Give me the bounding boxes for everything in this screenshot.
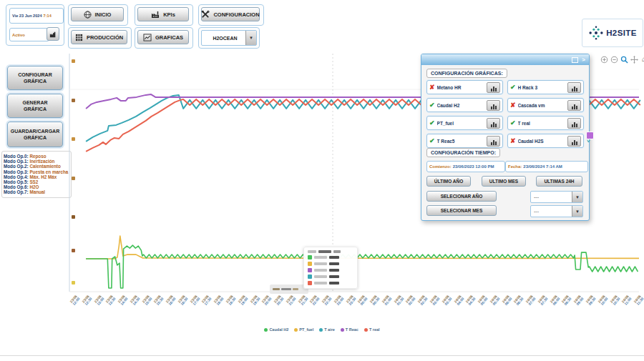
bottom-divider (0, 355, 644, 356)
maximize-icon[interactable] (572, 57, 578, 63)
legend-dot (294, 328, 298, 332)
pan-icon[interactable] (630, 55, 638, 64)
month-select-value: --- (531, 209, 572, 214)
year-select-value: --- (531, 194, 572, 199)
tooltip-row (308, 262, 353, 266)
end-datetime-field[interactable]: Fecha: 23/06/2024 7:14 AM (505, 161, 588, 172)
x-icon: ✘ (429, 84, 435, 91)
end-value: 23/06/2024 7:14 AM (523, 164, 562, 169)
legend-item[interactable]: T aire (319, 327, 335, 332)
legend-dot (341, 328, 344, 332)
series-color-swatch (308, 268, 312, 272)
tooltip-header (308, 250, 353, 253)
series-toggle[interactable]: ✘Cascada vm (507, 98, 584, 112)
legend-label: Caudal H2 (269, 327, 288, 332)
series-toggle[interactable]: ✔H Rack 3 (507, 80, 584, 94)
start-value: 23/06/2023 12:00 PM (453, 164, 494, 169)
series-line-pt-fuel (86, 236, 639, 259)
check-icon: ✔ (429, 138, 435, 144)
end-prefix: Fecha: (508, 164, 522, 169)
mini-chart-icon-button[interactable] (487, 82, 500, 93)
y-axis-tick-label (72, 281, 75, 285)
series-color-swatch (308, 275, 312, 279)
home-icon[interactable]: ⌂ (640, 55, 644, 64)
series-color-swatch (308, 255, 312, 259)
year-select[interactable]: --- ▼ (530, 191, 583, 203)
series-toggle-label: T Reac5 (437, 139, 484, 144)
series-toggle[interactable]: ✘Caudal H2S (507, 134, 584, 148)
legend-label: T real (369, 327, 380, 332)
series-toggle-label: Caudal H2 (437, 103, 484, 108)
series-toggle-label: T real (518, 121, 565, 126)
series-toggle[interactable]: ✔Caudal H2 (426, 98, 503, 112)
legend-item[interactable]: Caudal H2 (264, 327, 288, 332)
x-icon: ✘ (510, 138, 516, 144)
series-toggle[interactable]: ✔PT_fuel (426, 116, 503, 130)
mini-chart-icon-button[interactable] (487, 136, 500, 147)
config-panel: > CONFIGURACIÓN GRÁFICAS: ✘Metano HR✔H R… (421, 54, 590, 221)
panel-titlebar[interactable]: > (421, 54, 589, 65)
y-axis-tick-label (72, 59, 75, 63)
series-toggle[interactable]: ✔T real (507, 116, 584, 130)
mini-chart-icon-button[interactable] (567, 136, 581, 147)
series-toggle-label: Cascada vm (518, 103, 565, 108)
chart-toolbar: ⌂ ≡ (600, 55, 644, 64)
legend-item[interactable]: T Reac (341, 327, 358, 332)
hover-axis-label (270, 285, 308, 294)
x-icon: ✘ (510, 102, 516, 109)
search-icon[interactable] (620, 55, 628, 64)
series-color-swatch (308, 262, 312, 266)
tooltip-row (308, 281, 353, 285)
zoom-in-icon[interactable] (600, 55, 608, 64)
mini-chart-icon-button[interactable] (567, 100, 581, 111)
series-toggle-label: H Rack 3 (518, 85, 565, 90)
legend-dot (319, 328, 323, 332)
dashboard-screen: Vie 23 Jun 2024 7:14 Activo INICIO PRODU… (0, 0, 644, 361)
mini-chart-icon-button[interactable] (567, 118, 581, 129)
chart-tooltip (303, 247, 358, 289)
y-axis-tick-label (72, 249, 75, 252)
series-toggle-grid: ✘Metano HR✔H Rack 3✔Caudal H2✘Cascada vm… (426, 80, 584, 148)
series-toggle[interactable]: ✘Metano HR (426, 80, 503, 94)
select-month-button[interactable]: SELECIONAR MES (426, 205, 497, 216)
legend-item[interactable]: PT_fuel (294, 327, 313, 332)
legend-item[interactable]: T real (364, 327, 380, 332)
legend-label: T aire (324, 327, 335, 332)
chevron-down-icon[interactable]: ▼ (572, 192, 582, 202)
y-axis-tick-label (72, 215, 75, 219)
last-year-button[interactable]: ÚLTIMO AÑO (426, 176, 471, 187)
check-icon: ✔ (429, 102, 435, 109)
y-axis-tick-label (72, 137, 75, 141)
tooltip-row (308, 255, 353, 259)
check-icon: ✔ (510, 120, 516, 127)
series-toggle-label: Metano HR (437, 85, 484, 90)
chevron-down-icon[interactable]: ˅ (587, 138, 590, 144)
y-axis-tick-label (72, 99, 75, 102)
start-prefix: Comienzo: (429, 164, 452, 169)
time-section-title: CONFIGURACIÓN TIEMPO: (426, 148, 500, 157)
last-24h-button[interactable]: ULTIMAS 24H (536, 176, 582, 187)
last-month-button[interactable]: ULTIMO MES (482, 176, 526, 187)
check-icon: ✔ (510, 84, 516, 91)
y-axis-tick-label (72, 177, 75, 180)
graphs-section-title: CONFIGURACIÓN GRÁFICAS: (426, 69, 507, 78)
select-year-button[interactable]: SELECIONAR AÑO (426, 191, 497, 202)
series-color-swatch (308, 281, 312, 285)
legend-dot (264, 328, 268, 332)
chart-legend: Caudal H2PT_fuelT aireT ReacT real (240, 327, 404, 332)
legend-label: PT_fuel (299, 327, 313, 332)
legend-label: T Reac (346, 327, 358, 332)
mini-chart-icon-button[interactable] (487, 118, 500, 129)
mini-chart-icon-button[interactable] (567, 82, 581, 93)
chevron-right-icon[interactable]: > (582, 57, 585, 63)
check-icon: ✔ (429, 120, 435, 127)
series-toggle[interactable]: ✔T Reac5 (426, 134, 503, 148)
series-line-caudal-h2 (86, 245, 638, 288)
start-datetime-field[interactable]: Comienzo: 23/06/2023 12:00 PM (426, 161, 505, 172)
chevron-down-icon[interactable]: ▼ (572, 206, 582, 217)
mini-chart-icon-button[interactable] (487, 100, 500, 111)
tooltip-row (308, 268, 353, 272)
series-toggle-label: Caudal H2S (518, 139, 565, 144)
zoom-out-icon[interactable] (610, 55, 618, 64)
month-select[interactable]: --- ▼ (530, 205, 583, 217)
